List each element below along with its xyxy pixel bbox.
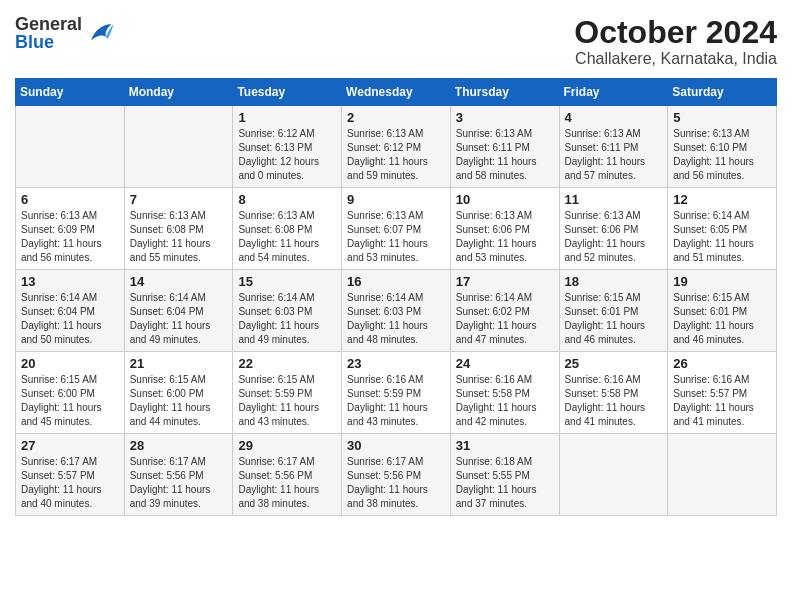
day-number: 28 xyxy=(130,438,228,453)
calendar-week-1: 1Sunrise: 6:12 AM Sunset: 6:13 PM Daylig… xyxy=(16,106,777,188)
col-saturday: Saturday xyxy=(668,79,777,106)
day-number: 17 xyxy=(456,274,554,289)
day-info: Sunrise: 6:13 AM Sunset: 6:11 PM Dayligh… xyxy=(565,127,663,183)
day-info: Sunrise: 6:17 AM Sunset: 5:57 PM Dayligh… xyxy=(21,455,119,511)
col-tuesday: Tuesday xyxy=(233,79,342,106)
day-number: 13 xyxy=(21,274,119,289)
calendar-cell: 18Sunrise: 6:15 AM Sunset: 6:01 PM Dayli… xyxy=(559,270,668,352)
day-number: 19 xyxy=(673,274,771,289)
month-title: October 2024 xyxy=(574,15,777,50)
day-number: 26 xyxy=(673,356,771,371)
calendar-cell xyxy=(559,434,668,516)
calendar-cell: 29Sunrise: 6:17 AM Sunset: 5:56 PM Dayli… xyxy=(233,434,342,516)
header: General Blue October 2024 Challakere, Ka… xyxy=(15,15,777,68)
logo-blue: Blue xyxy=(15,33,82,51)
day-info: Sunrise: 6:13 AM Sunset: 6:08 PM Dayligh… xyxy=(238,209,336,265)
calendar-cell: 24Sunrise: 6:16 AM Sunset: 5:58 PM Dayli… xyxy=(450,352,559,434)
day-info: Sunrise: 6:15 AM Sunset: 6:01 PM Dayligh… xyxy=(565,291,663,347)
day-info: Sunrise: 6:14 AM Sunset: 6:05 PM Dayligh… xyxy=(673,209,771,265)
day-number: 31 xyxy=(456,438,554,453)
calendar-cell: 12Sunrise: 6:14 AM Sunset: 6:05 PM Dayli… xyxy=(668,188,777,270)
day-number: 3 xyxy=(456,110,554,125)
day-number: 27 xyxy=(21,438,119,453)
day-number: 8 xyxy=(238,192,336,207)
day-info: Sunrise: 6:16 AM Sunset: 5:58 PM Dayligh… xyxy=(456,373,554,429)
calendar-cell: 19Sunrise: 6:15 AM Sunset: 6:01 PM Dayli… xyxy=(668,270,777,352)
day-info: Sunrise: 6:12 AM Sunset: 6:13 PM Dayligh… xyxy=(238,127,336,183)
calendar-cell: 21Sunrise: 6:15 AM Sunset: 6:00 PM Dayli… xyxy=(124,352,233,434)
day-info: Sunrise: 6:13 AM Sunset: 6:09 PM Dayligh… xyxy=(21,209,119,265)
calendar-cell: 4Sunrise: 6:13 AM Sunset: 6:11 PM Daylig… xyxy=(559,106,668,188)
day-number: 23 xyxy=(347,356,445,371)
calendar-week-5: 27Sunrise: 6:17 AM Sunset: 5:57 PM Dayli… xyxy=(16,434,777,516)
day-number: 10 xyxy=(456,192,554,207)
day-info: Sunrise: 6:15 AM Sunset: 6:00 PM Dayligh… xyxy=(21,373,119,429)
col-friday: Friday xyxy=(559,79,668,106)
day-info: Sunrise: 6:15 AM Sunset: 6:01 PM Dayligh… xyxy=(673,291,771,347)
day-info: Sunrise: 6:14 AM Sunset: 6:03 PM Dayligh… xyxy=(238,291,336,347)
day-number: 30 xyxy=(347,438,445,453)
day-info: Sunrise: 6:14 AM Sunset: 6:02 PM Dayligh… xyxy=(456,291,554,347)
title-block: October 2024 Challakere, Karnataka, Indi… xyxy=(574,15,777,68)
day-number: 25 xyxy=(565,356,663,371)
calendar-cell: 6Sunrise: 6:13 AM Sunset: 6:09 PM Daylig… xyxy=(16,188,125,270)
calendar-cell: 10Sunrise: 6:13 AM Sunset: 6:06 PM Dayli… xyxy=(450,188,559,270)
calendar-cell: 20Sunrise: 6:15 AM Sunset: 6:00 PM Dayli… xyxy=(16,352,125,434)
calendar-cell: 15Sunrise: 6:14 AM Sunset: 6:03 PM Dayli… xyxy=(233,270,342,352)
day-info: Sunrise: 6:13 AM Sunset: 6:06 PM Dayligh… xyxy=(456,209,554,265)
col-monday: Monday xyxy=(124,79,233,106)
calendar-cell: 27Sunrise: 6:17 AM Sunset: 5:57 PM Dayli… xyxy=(16,434,125,516)
logo-bird-icon xyxy=(85,18,115,48)
calendar-cell: 7Sunrise: 6:13 AM Sunset: 6:08 PM Daylig… xyxy=(124,188,233,270)
col-wednesday: Wednesday xyxy=(342,79,451,106)
calendar-table: Sunday Monday Tuesday Wednesday Thursday… xyxy=(15,78,777,516)
calendar-cell: 30Sunrise: 6:17 AM Sunset: 5:56 PM Dayli… xyxy=(342,434,451,516)
calendar-cell: 14Sunrise: 6:14 AM Sunset: 6:04 PM Dayli… xyxy=(124,270,233,352)
day-number: 20 xyxy=(21,356,119,371)
day-number: 21 xyxy=(130,356,228,371)
calendar-cell: 25Sunrise: 6:16 AM Sunset: 5:58 PM Dayli… xyxy=(559,352,668,434)
day-info: Sunrise: 6:17 AM Sunset: 5:56 PM Dayligh… xyxy=(347,455,445,511)
calendar-week-3: 13Sunrise: 6:14 AM Sunset: 6:04 PM Dayli… xyxy=(16,270,777,352)
day-info: Sunrise: 6:14 AM Sunset: 6:03 PM Dayligh… xyxy=(347,291,445,347)
day-info: Sunrise: 6:13 AM Sunset: 6:10 PM Dayligh… xyxy=(673,127,771,183)
calendar-cell: 5Sunrise: 6:13 AM Sunset: 6:10 PM Daylig… xyxy=(668,106,777,188)
calendar-cell: 8Sunrise: 6:13 AM Sunset: 6:08 PM Daylig… xyxy=(233,188,342,270)
day-number: 22 xyxy=(238,356,336,371)
calendar-body: 1Sunrise: 6:12 AM Sunset: 6:13 PM Daylig… xyxy=(16,106,777,516)
day-info: Sunrise: 6:13 AM Sunset: 6:11 PM Dayligh… xyxy=(456,127,554,183)
calendar-cell xyxy=(668,434,777,516)
logo-text: General Blue xyxy=(15,15,82,51)
day-number: 14 xyxy=(130,274,228,289)
calendar-header: Sunday Monday Tuesday Wednesday Thursday… xyxy=(16,79,777,106)
day-number: 2 xyxy=(347,110,445,125)
calendar-cell xyxy=(16,106,125,188)
calendar-cell xyxy=(124,106,233,188)
day-number: 4 xyxy=(565,110,663,125)
calendar-cell: 3Sunrise: 6:13 AM Sunset: 6:11 PM Daylig… xyxy=(450,106,559,188)
day-info: Sunrise: 6:16 AM Sunset: 5:58 PM Dayligh… xyxy=(565,373,663,429)
day-number: 11 xyxy=(565,192,663,207)
calendar-container: General Blue October 2024 Challakere, Ka… xyxy=(0,0,792,526)
calendar-cell: 16Sunrise: 6:14 AM Sunset: 6:03 PM Dayli… xyxy=(342,270,451,352)
day-number: 7 xyxy=(130,192,228,207)
day-info: Sunrise: 6:13 AM Sunset: 6:12 PM Dayligh… xyxy=(347,127,445,183)
day-info: Sunrise: 6:13 AM Sunset: 6:06 PM Dayligh… xyxy=(565,209,663,265)
calendar-cell: 31Sunrise: 6:18 AM Sunset: 5:55 PM Dayli… xyxy=(450,434,559,516)
day-info: Sunrise: 6:14 AM Sunset: 6:04 PM Dayligh… xyxy=(21,291,119,347)
day-number: 16 xyxy=(347,274,445,289)
day-number: 1 xyxy=(238,110,336,125)
day-number: 24 xyxy=(456,356,554,371)
location-title: Challakere, Karnataka, India xyxy=(574,50,777,68)
day-number: 5 xyxy=(673,110,771,125)
calendar-cell: 23Sunrise: 6:16 AM Sunset: 5:59 PM Dayli… xyxy=(342,352,451,434)
day-info: Sunrise: 6:17 AM Sunset: 5:56 PM Dayligh… xyxy=(238,455,336,511)
day-number: 6 xyxy=(21,192,119,207)
day-info: Sunrise: 6:18 AM Sunset: 5:55 PM Dayligh… xyxy=(456,455,554,511)
calendar-cell: 26Sunrise: 6:16 AM Sunset: 5:57 PM Dayli… xyxy=(668,352,777,434)
calendar-cell: 1Sunrise: 6:12 AM Sunset: 6:13 PM Daylig… xyxy=(233,106,342,188)
day-info: Sunrise: 6:15 AM Sunset: 6:00 PM Dayligh… xyxy=(130,373,228,429)
day-info: Sunrise: 6:13 AM Sunset: 6:08 PM Dayligh… xyxy=(130,209,228,265)
day-info: Sunrise: 6:16 AM Sunset: 5:57 PM Dayligh… xyxy=(673,373,771,429)
calendar-cell: 11Sunrise: 6:13 AM Sunset: 6:06 PM Dayli… xyxy=(559,188,668,270)
